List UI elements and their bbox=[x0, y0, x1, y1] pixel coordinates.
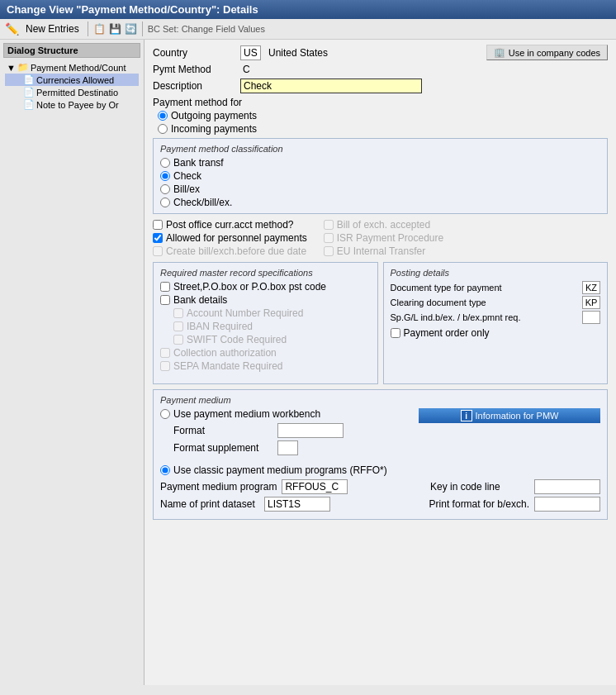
bill-accepted-check[interactable] bbox=[324, 220, 334, 230]
use-pmw-item[interactable]: Use payment medium workbench bbox=[160, 408, 412, 420]
checkbox-section: Post office curr.acct method? Allowed fo… bbox=[153, 219, 608, 259]
street-po-item[interactable]: Street,P.O.box or P.O.box pst code bbox=[160, 281, 371, 293]
incoming-label: Incoming payments bbox=[171, 123, 257, 135]
clearing-doc-row: Clearing document type bbox=[391, 296, 601, 309]
posting-details-box: Posting details Document type for paymen… bbox=[383, 262, 609, 384]
required-master-title: Required master record specifications bbox=[160, 268, 371, 278]
use-classic-radio[interactable] bbox=[160, 465, 170, 475]
refresh-icon[interactable]: 🔄 bbox=[125, 23, 137, 35]
sepa-mandate-item[interactable]: SEPA Mandate Required bbox=[160, 360, 371, 372]
sidebar-item-label: Note to Payee by Or bbox=[36, 100, 119, 110]
format-row: Format bbox=[160, 423, 412, 438]
use-company-button[interactable]: 🏢 Use in company codes bbox=[486, 45, 608, 60]
iban-check[interactable] bbox=[173, 321, 183, 331]
eu-internal-check[interactable] bbox=[324, 246, 334, 256]
check-bill-ex-item[interactable]: Check/bill/ex. bbox=[160, 197, 600, 208]
sp-gl-input[interactable] bbox=[582, 311, 600, 324]
sidebar-tree: ▼ 📁 Payment Method/Count 📄 Currencies Al… bbox=[3, 60, 140, 112]
iban-item[interactable]: IBAN Required bbox=[173, 321, 371, 332]
sepa-mandate-check[interactable] bbox=[160, 361, 170, 371]
country-row: Country United States 🏢 Use in company c… bbox=[153, 45, 608, 60]
post-office-item[interactable]: Post office curr.acct method? bbox=[153, 219, 307, 231]
info-pmw-button[interactable]: i Information for PMW bbox=[419, 408, 600, 423]
payment-medium-layout: Use payment medium workbench Format Form… bbox=[160, 408, 600, 458]
account-number-label: Account Number Required bbox=[187, 307, 303, 319]
account-number-check[interactable] bbox=[173, 308, 183, 318]
sp-gl-row: Sp.G/L ind.b/ex. / b/ex.pmnt req. bbox=[391, 311, 601, 324]
payment-order-only-item[interactable]: Payment order only bbox=[391, 327, 601, 339]
incoming-radio-item[interactable]: Incoming payments bbox=[158, 123, 608, 135]
swift-label: SWIFT Code Required bbox=[187, 334, 287, 345]
clearing-doc-input[interactable] bbox=[582, 296, 600, 309]
sidebar-item-note[interactable]: 📄 Note to Payee by Or bbox=[5, 98, 139, 111]
allowed-personnel-check[interactable] bbox=[153, 233, 163, 243]
new-entries-button[interactable]: New Entries bbox=[22, 22, 83, 36]
payment-medium-program-input[interactable] bbox=[282, 479, 348, 494]
payment-method-for-label: Payment method for bbox=[153, 97, 608, 108]
master-posting-section: Required master record specifications St… bbox=[153, 262, 608, 384]
page-title: Change View "Payment Method/Country": De… bbox=[7, 3, 258, 16]
payment-order-only-check[interactable] bbox=[391, 328, 400, 338]
allowed-personnel-item[interactable]: Allowed for personnel payments bbox=[153, 232, 307, 244]
use-classic-item[interactable]: Use classic payment medium programs (RFF… bbox=[160, 464, 600, 476]
bank-transfer-radio[interactable] bbox=[160, 158, 170, 168]
bank-details-check[interactable] bbox=[160, 295, 170, 305]
name-print-dataset-row: Name of print dataset Print format for b… bbox=[160, 497, 600, 512]
create-bill-label: Create bill/exch.before due date bbox=[166, 245, 306, 257]
format-label: Format bbox=[173, 425, 272, 436]
sidebar-title: Dialog Structure bbox=[3, 43, 140, 58]
bill-ex-item[interactable]: Bill/ex bbox=[160, 183, 600, 195]
print-b-exch-input[interactable] bbox=[534, 497, 600, 512]
street-po-check[interactable] bbox=[160, 282, 170, 292]
use-pmw-radio[interactable] bbox=[160, 409, 170, 419]
classification-title: Payment method classification bbox=[160, 144, 600, 154]
eu-internal-item[interactable]: EU Internal Transfer bbox=[324, 245, 443, 257]
title-bar: Change View "Payment Method/Country": De… bbox=[0, 0, 616, 19]
name-print-dataset-input[interactable] bbox=[264, 497, 330, 512]
collection-auth-item[interactable]: Collection authorization bbox=[160, 347, 371, 359]
bill-ex-radio[interactable] bbox=[160, 184, 170, 194]
outgoing-radio[interactable] bbox=[158, 111, 168, 121]
save-icon[interactable]: 💾 bbox=[109, 23, 121, 35]
leaf-icon: 📄 bbox=[23, 99, 35, 110]
doc-type-input[interactable] bbox=[582, 281, 600, 294]
doc-type-label: Document type for payment bbox=[391, 283, 583, 293]
doc-type-row: Document type for payment bbox=[391, 281, 601, 294]
key-in-code-input[interactable] bbox=[534, 479, 600, 494]
pymt-method-row: Pymt Method C bbox=[153, 63, 608, 76]
country-code-input[interactable] bbox=[240, 45, 261, 60]
copy-icon[interactable]: 📋 bbox=[93, 23, 106, 35]
create-bill-check[interactable] bbox=[153, 246, 163, 256]
sidebar-item-payment-method[interactable]: ▼ 📁 Payment Method/Count bbox=[5, 61, 139, 74]
use-company-label: Use in company codes bbox=[509, 48, 600, 58]
left-checks: Post office curr.acct method? Allowed fo… bbox=[153, 219, 307, 259]
bank-details-item[interactable]: Bank details bbox=[160, 294, 371, 306]
post-office-check[interactable] bbox=[153, 220, 163, 230]
bill-accepted-item[interactable]: Bill of exch. accepted bbox=[324, 219, 443, 231]
bank-transfer-item[interactable]: Bank transf bbox=[160, 157, 600, 169]
outgoing-label: Outgoing payments bbox=[171, 110, 257, 121]
incoming-radio[interactable] bbox=[158, 124, 168, 134]
sidebar-item-permitted[interactable]: 📄 Permitted Destinatio bbox=[5, 86, 139, 98]
check-radio[interactable] bbox=[160, 171, 170, 181]
check-bill-ex-radio[interactable] bbox=[160, 198, 170, 207]
collection-auth-check[interactable] bbox=[160, 348, 170, 358]
pymt-method-value: C bbox=[240, 63, 253, 76]
description-input[interactable] bbox=[240, 79, 422, 93]
use-classic-label: Use classic payment medium programs (RFF… bbox=[173, 464, 387, 476]
account-number-item[interactable]: Account Number Required bbox=[173, 307, 371, 319]
edit-icon: ✏️ bbox=[5, 22, 19, 36]
create-bill-item[interactable]: Create bill/exch.before due date bbox=[153, 245, 307, 257]
sidebar-item-currencies[interactable]: 📄 Currencies Allowed bbox=[5, 74, 139, 86]
format-supplement-input[interactable] bbox=[277, 440, 298, 455]
swift-item[interactable]: SWIFT Code Required bbox=[173, 334, 371, 345]
isr-payment-check[interactable] bbox=[324, 233, 334, 243]
country-name: United States bbox=[266, 46, 330, 60]
toolbar: ✏️ New Entries 📋 💾 🔄 BC Set: Change Fiel… bbox=[0, 19, 616, 40]
format-supplement-label: Format supplement bbox=[173, 442, 272, 454]
isr-payment-item[interactable]: ISR Payment Procedure bbox=[324, 232, 443, 244]
check-item[interactable]: Check bbox=[160, 170, 600, 182]
outgoing-radio-item[interactable]: Outgoing payments bbox=[158, 110, 608, 121]
swift-check[interactable] bbox=[173, 335, 183, 345]
format-input[interactable] bbox=[277, 423, 344, 438]
